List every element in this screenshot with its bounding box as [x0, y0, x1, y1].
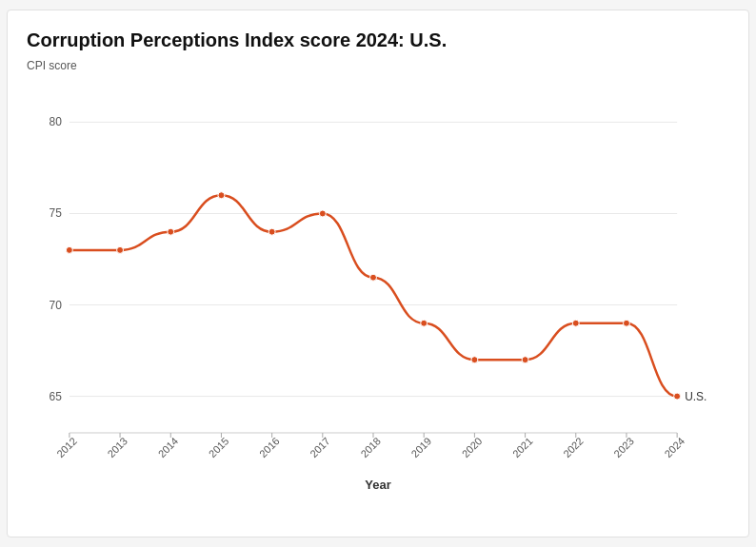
- svg-text:U.S.: U.S.: [685, 390, 706, 403]
- svg-point-40: [319, 210, 326, 217]
- svg-point-35: [66, 246, 72, 253]
- svg-point-46: [623, 320, 629, 326]
- svg-text:2014: 2014: [156, 435, 181, 459]
- svg-point-47: [674, 393, 681, 400]
- svg-text:75: 75: [50, 206, 63, 220]
- svg-point-37: [168, 228, 174, 235]
- svg-text:2017: 2017: [308, 435, 332, 459]
- svg-text:2024: 2024: [662, 435, 686, 459]
- svg-point-45: [572, 320, 579, 326]
- svg-point-44: [522, 357, 528, 363]
- svg-text:2019: 2019: [409, 435, 434, 459]
- svg-text:2021: 2021: [510, 435, 535, 459]
- svg-point-38: [218, 192, 225, 199]
- chart-area: 6570758020122013201420152016201720182019…: [27, 76, 729, 476]
- svg-text:2023: 2023: [611, 435, 636, 459]
- x-axis-label: Year: [27, 478, 729, 492]
- y-axis-label: CPI score: [27, 59, 729, 72]
- svg-text:80: 80: [50, 115, 63, 128]
- svg-point-39: [269, 228, 275, 235]
- svg-text:2013: 2013: [105, 435, 129, 459]
- svg-point-41: [370, 274, 377, 281]
- chart-title: Corruption Perceptions Index score 2024:…: [27, 29, 729, 51]
- svg-point-36: [117, 246, 124, 253]
- svg-text:2012: 2012: [54, 435, 79, 459]
- svg-text:2022: 2022: [561, 435, 586, 459]
- chart-svg: 6570758020122013201420152016201720182019…: [27, 76, 729, 476]
- svg-text:2016: 2016: [257, 435, 282, 459]
- chart-container: Corruption Perceptions Index score 2024:…: [7, 10, 749, 537]
- svg-text:65: 65: [50, 390, 63, 403]
- svg-text:2020: 2020: [460, 435, 485, 459]
- svg-text:70: 70: [50, 299, 63, 312]
- svg-text:2018: 2018: [358, 435, 383, 459]
- svg-point-43: [471, 357, 478, 363]
- svg-text:2015: 2015: [207, 435, 231, 459]
- svg-point-42: [421, 320, 428, 326]
